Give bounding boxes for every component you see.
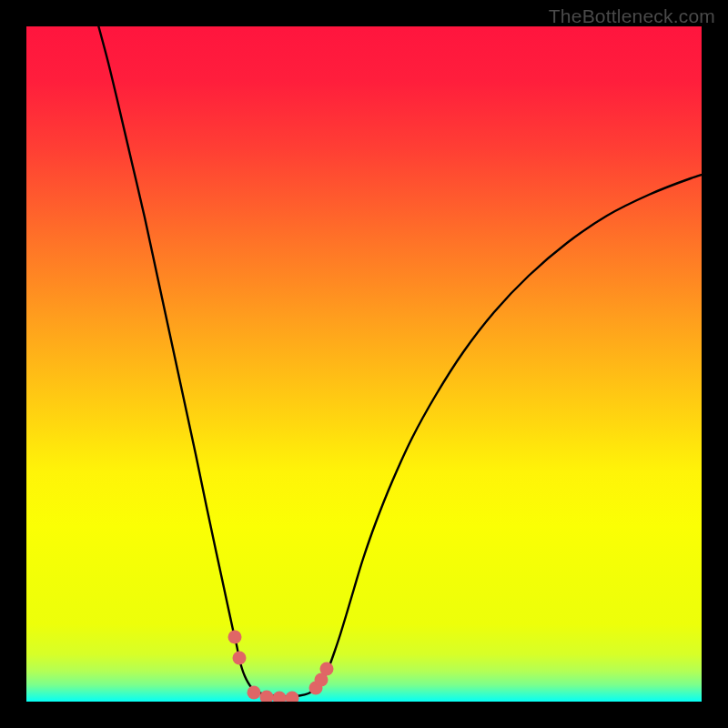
data-marker bbox=[248, 686, 261, 700]
chart-svg bbox=[26, 26, 702, 702]
data-marker bbox=[273, 692, 287, 703]
plot-area bbox=[26, 26, 702, 702]
data-marker bbox=[228, 631, 242, 644]
data-marker bbox=[233, 652, 247, 665]
bottleneck-curve bbox=[97, 26, 702, 697]
data-marker bbox=[320, 662, 334, 676]
watermark-text: TheBottleneck.com bbox=[549, 5, 715, 27]
chart-frame: TheBottleneck.com bbox=[0, 0, 728, 728]
data-marker bbox=[286, 692, 299, 703]
data-marker bbox=[260, 691, 274, 703]
data-markers bbox=[228, 631, 334, 703]
